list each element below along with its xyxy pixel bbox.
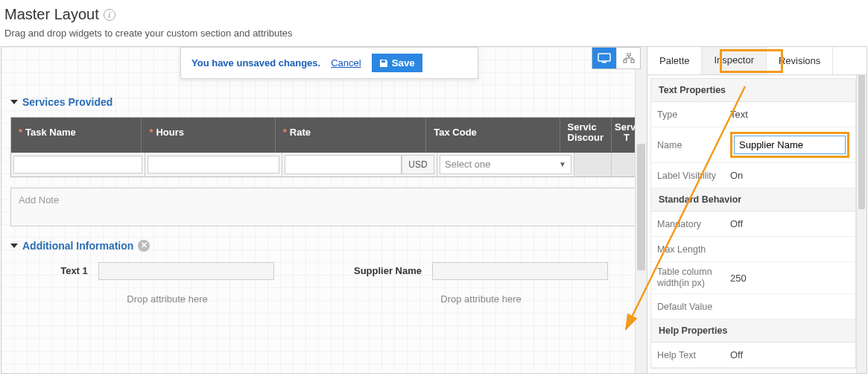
section-services-provided: Services Provided Task Name Hours Rate T… — [10, 96, 638, 177]
tax-code-placeholder: Select one — [445, 159, 490, 170]
col-discount[interactable]: Servic Discour — [560, 118, 612, 153]
text-properties-header: Text Properties — [651, 79, 855, 102]
prop-helptext-value[interactable]: Off — [724, 345, 855, 365]
help-properties-header: Help Properties — [651, 319, 855, 343]
prop-type-label: Type — [651, 105, 724, 124]
prop-col-width: Table column width(in px) 250 — [651, 262, 855, 294]
tab-palette[interactable]: Palette — [647, 47, 702, 74]
field-supplier-label: Supplier Name — [354, 265, 422, 276]
cell-tax-code[interactable]: Select one ▼ — [437, 153, 574, 176]
prop-labelvis-value[interactable]: On — [724, 165, 855, 185]
prop-help-text: Help Text Off — [651, 343, 855, 368]
field-text1[interactable]: Text 1 — [60, 262, 274, 280]
prop-type-value: Text — [724, 104, 855, 124]
rate-input[interactable] — [285, 155, 402, 174]
field-supplier-input[interactable] — [432, 262, 608, 280]
section-additional-info: Additional Information ✕ Text 1 Drop att… — [10, 240, 638, 305]
cell-discount[interactable] — [574, 153, 612, 176]
task-name-input[interactable] — [13, 156, 142, 174]
prop-name-input[interactable] — [734, 136, 846, 154]
cancel-link[interactable]: Cancel — [331, 57, 361, 69]
col-task-name[interactable]: Task Name — [11, 118, 142, 153]
section-additional-title: Additional Information — [22, 240, 133, 252]
prop-labelvis-label: Label Visibility — [651, 166, 724, 185]
page-header: Master Layout i — [0, 0, 868, 26]
prop-label-visibility: Label Visibility On — [651, 163, 855, 188]
cell-serv-t[interactable] — [612, 153, 637, 176]
inspector-body: Text Properties Type Text Name Label Vis… — [647, 75, 867, 373]
info-icon[interactable]: i — [104, 9, 115, 21]
page-title: Master Layout i — [4, 6, 864, 23]
add-note-area[interactable]: Add Note — [10, 188, 638, 226]
field-supplier-name[interactable]: Supplier Name — [354, 262, 608, 280]
prop-default-value[interactable] — [724, 302, 855, 311]
save-button-label: Save — [392, 57, 415, 69]
chevron-down-icon: ▼ — [559, 160, 566, 168]
svg-rect-0 — [598, 54, 610, 61]
section-services-title: Services Provided — [22, 96, 113, 108]
svg-rect-2 — [627, 53, 630, 56]
col-discount-l2: Discour — [568, 132, 604, 143]
page-title-text: Master Layout — [4, 6, 99, 23]
grid-header-row: Task Name Hours Rate Tax Code Servic Dis… — [11, 118, 637, 153]
save-button[interactable]: Save — [372, 54, 422, 72]
canvas-scroll-thumb[interactable] — [637, 144, 645, 270]
chevron-down-icon — [10, 100, 18, 104]
chevron-down-icon — [10, 244, 18, 248]
section-toggle-services[interactable]: Services Provided — [10, 96, 638, 108]
tab-inspector[interactable]: Inspector — [702, 47, 766, 74]
prop-mandatory-label: Mandatory — [651, 214, 724, 234]
cell-rate[interactable]: USD — [282, 153, 437, 176]
page-subtitle: Drag and drop widgets to create your cus… — [0, 26, 868, 46]
workspace: You have unsaved changes. Cancel Save Se… — [1, 46, 867, 374]
save-icon — [379, 59, 388, 68]
prop-default-value: Default Value — [651, 294, 855, 319]
hierarchy-view-button[interactable] — [616, 48, 640, 69]
cell-task-name[interactable] — [11, 153, 145, 176]
prop-mandatory: Mandatory Off — [651, 212, 855, 237]
layout-canvas[interactable]: You have unsaved changes. Cancel Save Se… — [1, 47, 647, 373]
device-view-button[interactable] — [592, 48, 616, 69]
prop-max-length: Max Length — [651, 237, 855, 262]
prop-maxlen-value[interactable] — [724, 245, 855, 254]
prop-default-label: Default Value — [651, 297, 724, 317]
prop-maxlen-label: Max Length — [651, 240, 724, 259]
col-hours[interactable]: Hours — [142, 118, 275, 153]
svg-rect-3 — [624, 60, 627, 63]
prop-colwidth-value[interactable]: 250 — [724, 268, 855, 288]
grid-data-row: USD Select one ▼ — [11, 153, 637, 176]
unsaved-message: You have unsaved changes. — [191, 57, 320, 69]
col-servt-l2: T — [615, 132, 630, 143]
unsaved-changes-bar: You have unsaved changes. Cancel Save — [180, 47, 478, 79]
panel-scrollbar[interactable] — [856, 75, 867, 373]
svg-rect-1 — [602, 62, 606, 63]
currency-label: USD — [402, 155, 434, 174]
additional-form-row: Text 1 Drop attribute here Supplier Name… — [10, 262, 638, 305]
panel-scroll-thumb[interactable] — [858, 75, 865, 209]
cell-hours[interactable] — [145, 153, 282, 176]
col-rate[interactable]: Rate — [276, 118, 427, 153]
col-serv-t[interactable]: Serv T — [612, 118, 637, 153]
prop-colwidth-label: Table column width(in px) — [651, 262, 724, 293]
prop-name-label: Name — [651, 136, 724, 155]
tab-revisions[interactable]: Revisions — [767, 47, 833, 74]
form-col-2: Supplier Name Drop attribute here — [324, 262, 638, 305]
prop-helptext-label: Help Text — [651, 346, 724, 365]
drop-hint-1: Drop attribute here — [127, 293, 207, 305]
remove-section-icon[interactable]: ✕ — [138, 240, 150, 252]
hours-input[interactable] — [148, 156, 279, 174]
drop-hint-2: Drop attribute here — [440, 293, 521, 305]
canvas-scrollbar[interactable] — [635, 47, 647, 373]
view-toolbar — [592, 47, 641, 69]
panel-tabs: Palette Inspector Revisions — [647, 47, 867, 75]
field-text1-input[interactable] — [98, 262, 274, 280]
col-tax-code[interactable]: Tax Code — [426, 118, 560, 153]
prop-mandatory-value[interactable]: Off — [724, 214, 855, 234]
tax-code-select[interactable]: Select one ▼ — [440, 155, 571, 174]
field-text1-label: Text 1 — [60, 265, 88, 276]
svg-rect-4 — [631, 60, 634, 63]
section-toggle-additional[interactable]: Additional Information ✕ — [10, 240, 638, 252]
hierarchy-icon — [623, 53, 635, 63]
monitor-icon — [598, 53, 611, 63]
services-grid: Task Name Hours Rate Tax Code Servic Dis… — [10, 117, 638, 177]
